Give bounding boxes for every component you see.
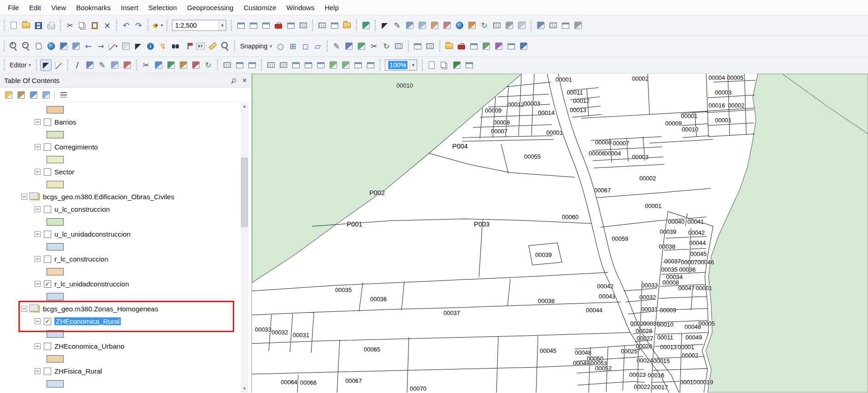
list-by-selection-icon[interactable] bbox=[41, 89, 51, 100]
auto-hide-pin-icon[interactable] bbox=[229, 76, 238, 85]
toolbar-grip[interactable] bbox=[312, 20, 313, 31]
menu-help[interactable]: Help bbox=[319, 1, 344, 14]
toolbar-grip[interactable] bbox=[4, 20, 5, 31]
toolbar-grip[interactable] bbox=[4, 41, 5, 52]
layer-label[interactable]: ZHFisica_Rural bbox=[54, 367, 102, 375]
map-scale-combo[interactable]: 1:2,500▾ bbox=[172, 20, 226, 31]
stacked-boxes-icon[interactable] bbox=[438, 60, 450, 71]
scrollbar-thumb[interactable] bbox=[241, 158, 248, 227]
edge-snapping-icon[interactable]: ▱ bbox=[312, 41, 324, 52]
pan-icon[interactable] bbox=[33, 41, 44, 52]
attribute-table-icon[interactable] bbox=[316, 20, 328, 31]
redo-icon[interactable]: ↷ bbox=[133, 20, 144, 31]
layer-label[interactable]: Corregimiento bbox=[54, 143, 98, 151]
menu-file[interactable]: File bbox=[3, 1, 24, 14]
layer-visibility-checkbox[interactable]: ✓ bbox=[44, 280, 51, 288]
options-menu-icon[interactable] bbox=[58, 89, 69, 100]
list-by-drawing-order-icon[interactable] bbox=[3, 89, 14, 100]
toolbar-grip[interactable] bbox=[439, 41, 440, 52]
identify-icon[interactable]: i bbox=[145, 41, 156, 52]
toolbar-grip[interactable] bbox=[356, 20, 357, 31]
version-window-1-icon[interactable] bbox=[290, 60, 301, 71]
back-extent-icon[interactable]: ← bbox=[83, 41, 94, 52]
catalog-tree-icon[interactable] bbox=[341, 20, 353, 31]
reshape-line-icon[interactable] bbox=[356, 41, 367, 52]
layer-visibility-checkbox[interactable] bbox=[44, 119, 51, 126]
clear-selection-icon[interactable] bbox=[120, 41, 131, 52]
table-of-contents-window-icon[interactable] bbox=[235, 20, 247, 31]
crosshair-tool-icon[interactable] bbox=[429, 20, 440, 31]
trace-tool-icon[interactable]: ✎ bbox=[96, 60, 108, 71]
toolbar-grip[interactable] bbox=[379, 60, 380, 71]
symbols-grid-icon[interactable] bbox=[425, 41, 436, 52]
magnifier-icon[interactable] bbox=[219, 41, 231, 52]
toolbar-grip[interactable] bbox=[231, 20, 232, 31]
toc-scrollbar[interactable]: ▲ ▼ bbox=[241, 102, 248, 393]
attributes-grid-icon[interactable] bbox=[393, 41, 405, 52]
cut-icon[interactable]: ✂ bbox=[64, 20, 76, 31]
toolbar-grip[interactable] bbox=[148, 20, 148, 31]
layer-visibility-checkbox[interactable] bbox=[44, 231, 51, 238]
toolbar-grip[interactable] bbox=[531, 20, 531, 31]
yellow-folder-icon[interactable] bbox=[443, 41, 455, 52]
open-folder-icon[interactable] bbox=[20, 20, 32, 31]
attributes-window-icon[interactable] bbox=[221, 60, 233, 71]
layer-label[interactable]: u_lc_unidadconstruccion bbox=[54, 230, 130, 238]
settings-icon[interactable] bbox=[572, 20, 584, 31]
toolbar-grip[interactable] bbox=[217, 60, 218, 71]
tree-expander-icon[interactable] bbox=[35, 206, 41, 212]
scrollbar-down-arrow-icon[interactable]: ▼ bbox=[241, 385, 248, 393]
edit-annotation-tool-icon[interactable]: ◤ bbox=[53, 60, 64, 71]
menu-view[interactable]: View bbox=[46, 1, 71, 14]
measure-icon[interactable] bbox=[207, 41, 218, 52]
version-window-2-icon[interactable] bbox=[302, 60, 314, 71]
legend-swatch[interactable] bbox=[47, 293, 64, 300]
layer-visibility-checkbox[interactable] bbox=[44, 368, 51, 375]
copy-icon[interactable] bbox=[77, 20, 88, 31]
version-window-4-icon[interactable] bbox=[352, 60, 364, 71]
layer-label[interactable]: ZHEconomica_Rural bbox=[54, 317, 121, 325]
tree-expander-icon[interactable] bbox=[35, 368, 41, 374]
layer-visibility-checkbox[interactable] bbox=[44, 143, 51, 151]
erase-tool-icon[interactable] bbox=[441, 20, 453, 31]
menu-customize[interactable]: Customize bbox=[238, 1, 281, 14]
menu-insert[interactable]: Insert bbox=[116, 1, 143, 14]
gray-window-icon[interactable] bbox=[506, 41, 517, 52]
blue-window-icon[interactable] bbox=[468, 41, 480, 52]
zoom-in-icon[interactable]: + bbox=[8, 41, 19, 52]
menu-edit[interactable]: Edit bbox=[24, 1, 46, 14]
layer-label[interactable]: ZHEconomica_Urbano bbox=[54, 342, 124, 350]
tree-expander-icon[interactable] bbox=[21, 194, 27, 200]
fill-tool-icon[interactable] bbox=[177, 60, 189, 71]
layer-visibility-checkbox[interactable] bbox=[44, 168, 51, 176]
tree-expander-icon[interactable] bbox=[35, 119, 41, 125]
find-route-icon[interactable] bbox=[182, 41, 194, 52]
toolbar-grip[interactable] bbox=[60, 20, 61, 31]
properties-window-icon[interactable] bbox=[412, 41, 424, 52]
toolbar-grip[interactable] bbox=[234, 41, 235, 52]
legend-swatch[interactable] bbox=[47, 218, 64, 226]
new-document-icon[interactable] bbox=[8, 20, 19, 31]
toolbar-grip[interactable] bbox=[166, 20, 167, 31]
tree-expander-icon[interactable] bbox=[35, 144, 41, 150]
toolbar-grip[interactable] bbox=[261, 60, 262, 71]
legend-swatch[interactable] bbox=[47, 131, 64, 138]
toolbar-grip[interactable] bbox=[375, 20, 376, 31]
fixed-zoom-in-icon[interactable] bbox=[58, 41, 69, 52]
toolbar-grip[interactable] bbox=[4, 60, 5, 71]
toolbar-grip[interactable] bbox=[422, 60, 423, 71]
undo-icon[interactable]: ↶ bbox=[120, 20, 132, 31]
blue-cube-icon[interactable] bbox=[518, 41, 530, 52]
graph-window-icon[interactable] bbox=[329, 20, 340, 31]
fixed-zoom-out-icon[interactable] bbox=[70, 41, 82, 52]
layer-label[interactable]: bcgs_geo.m380.Edificacion_Obras_Civiles bbox=[43, 193, 174, 201]
edit-arrow-icon[interactable]: ◤ bbox=[379, 20, 390, 31]
edit-tool-icon[interactable]: ◤ bbox=[40, 60, 52, 71]
layer-label[interactable]: r_lc_unidadconstruccion bbox=[54, 280, 129, 288]
layer-visibility-checkbox[interactable] bbox=[44, 343, 51, 350]
vertex-snapping-icon[interactable]: ◻ bbox=[300, 41, 311, 52]
modelbuilder-window-icon[interactable] bbox=[297, 20, 309, 31]
grid-page-icon[interactable] bbox=[491, 20, 502, 31]
toolbar-grip[interactable] bbox=[67, 60, 68, 71]
end-snapping-icon[interactable]: ⊞ bbox=[287, 41, 299, 52]
